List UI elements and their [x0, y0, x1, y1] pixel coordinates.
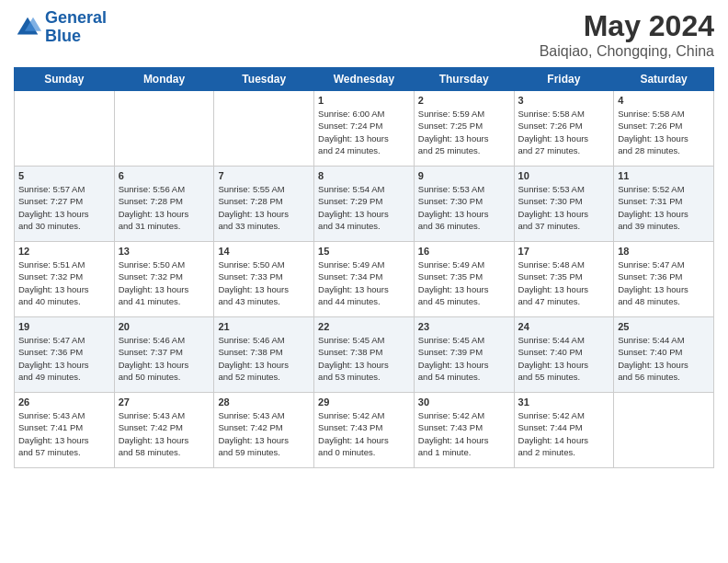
day-number: 23 [418, 321, 510, 332]
day-number: 2 [418, 95, 510, 106]
day-number: 16 [418, 246, 510, 257]
day-info: Sunrise: 5:47 AM Sunset: 7:36 PM Dayligh… [18, 334, 110, 383]
calendar-title: May 2024 [540, 9, 714, 43]
calendar-cell: 11Sunrise: 5:52 AM Sunset: 7:31 PM Dayli… [614, 167, 714, 242]
calendar-cell: 4Sunrise: 5:58 AM Sunset: 7:26 PM Daylig… [614, 91, 714, 167]
calendar-week-5: 26Sunrise: 5:43 AM Sunset: 7:41 PM Dayli… [15, 393, 714, 468]
day-number: 18 [618, 246, 710, 257]
day-info: Sunrise: 5:49 AM Sunset: 7:35 PM Dayligh… [418, 259, 510, 307]
calendar-cell: 15Sunrise: 5:49 AM Sunset: 7:34 PM Dayli… [314, 242, 415, 317]
weekday-header-row: SundayMondayTuesdayWednesdayThursdayFrid… [15, 68, 714, 91]
calendar-cell: 29Sunrise: 5:42 AM Sunset: 7:43 PM Dayli… [314, 393, 415, 468]
logo-text: General Blue [45, 9, 107, 46]
day-number: 10 [518, 170, 610, 181]
day-info: Sunrise: 5:50 AM Sunset: 7:33 PM Dayligh… [218, 259, 310, 307]
day-number: 31 [518, 396, 610, 408]
day-info: Sunrise: 5:51 AM Sunset: 7:32 PM Dayligh… [18, 259, 110, 307]
header: General Blue May 2024 Baiqiao, Chongqing… [14, 9, 714, 60]
day-info: Sunrise: 5:53 AM Sunset: 7:30 PM Dayligh… [518, 183, 610, 232]
calendar-cell: 9Sunrise: 5:53 AM Sunset: 7:30 PM Daylig… [414, 167, 514, 242]
weekday-header-tuesday: Tuesday [214, 68, 314, 91]
logo-blue: Blue [45, 27, 81, 45]
day-info: Sunrise: 5:46 AM Sunset: 7:38 PM Dayligh… [218, 334, 310, 383]
calendar-cell: 13Sunrise: 5:50 AM Sunset: 7:32 PM Dayli… [114, 242, 214, 317]
logo-icon [14, 14, 41, 41]
calendar-cell: 31Sunrise: 5:42 AM Sunset: 7:44 PM Dayli… [514, 393, 614, 468]
calendar-cell: 6Sunrise: 5:56 AM Sunset: 7:28 PM Daylig… [114, 167, 214, 242]
day-info: Sunrise: 5:50 AM Sunset: 7:32 PM Dayligh… [119, 259, 210, 307]
day-info: Sunrise: 5:42 AM Sunset: 7:43 PM Dayligh… [418, 409, 510, 458]
day-number: 8 [318, 170, 410, 181]
day-number: 21 [218, 321, 310, 332]
logo-general: General [45, 8, 107, 27]
calendar-cell: 12Sunrise: 5:51 AM Sunset: 7:32 PM Dayli… [15, 242, 115, 317]
day-info: Sunrise: 5:58 AM Sunset: 7:26 PM Dayligh… [618, 108, 710, 156]
day-number: 19 [18, 321, 110, 332]
day-number: 24 [518, 321, 610, 332]
day-info: Sunrise: 5:43 AM Sunset: 7:42 PM Dayligh… [218, 409, 310, 458]
day-number: 30 [418, 396, 510, 408]
calendar-cell [214, 91, 314, 167]
calendar-cell: 10Sunrise: 5:53 AM Sunset: 7:30 PM Dayli… [514, 167, 614, 242]
calendar-week-4: 19Sunrise: 5:47 AM Sunset: 7:36 PM Dayli… [15, 317, 714, 393]
day-info: Sunrise: 5:43 AM Sunset: 7:42 PM Dayligh… [119, 409, 210, 458]
day-info: Sunrise: 5:58 AM Sunset: 7:26 PM Dayligh… [518, 108, 610, 156]
calendar-cell: 7Sunrise: 5:55 AM Sunset: 7:28 PM Daylig… [214, 167, 314, 242]
calendar-cell: 26Sunrise: 5:43 AM Sunset: 7:41 PM Dayli… [15, 393, 115, 468]
calendar-cell [15, 91, 115, 167]
calendar-cell: 23Sunrise: 5:45 AM Sunset: 7:39 PM Dayli… [414, 317, 514, 393]
day-info: Sunrise: 5:53 AM Sunset: 7:30 PM Dayligh… [418, 183, 510, 232]
calendar-cell: 25Sunrise: 5:44 AM Sunset: 7:40 PM Dayli… [614, 317, 714, 393]
day-info: Sunrise: 5:59 AM Sunset: 7:25 PM Dayligh… [418, 108, 510, 156]
day-number: 27 [119, 396, 210, 408]
day-number: 14 [218, 246, 310, 257]
calendar-cell: 16Sunrise: 5:49 AM Sunset: 7:35 PM Dayli… [414, 242, 514, 317]
calendar-week-3: 12Sunrise: 5:51 AM Sunset: 7:32 PM Dayli… [15, 242, 714, 317]
day-number: 4 [618, 95, 710, 106]
calendar-cell: 21Sunrise: 5:46 AM Sunset: 7:38 PM Dayli… [214, 317, 314, 393]
calendar-cell: 30Sunrise: 5:42 AM Sunset: 7:43 PM Dayli… [414, 393, 514, 468]
day-number: 11 [618, 170, 710, 181]
day-number: 22 [318, 321, 410, 332]
day-info: Sunrise: 5:56 AM Sunset: 7:28 PM Dayligh… [119, 183, 210, 232]
calendar-cell: 18Sunrise: 5:47 AM Sunset: 7:36 PM Dayli… [614, 242, 714, 317]
day-number: 6 [119, 170, 210, 181]
weekday-header-saturday: Saturday [614, 68, 714, 91]
day-info: Sunrise: 5:43 AM Sunset: 7:41 PM Dayligh… [18, 409, 110, 458]
day-number: 3 [518, 95, 610, 106]
calendar-cell: 8Sunrise: 5:54 AM Sunset: 7:29 PM Daylig… [314, 167, 415, 242]
day-number: 25 [618, 321, 710, 332]
calendar-subtitle: Baiqiao, Chongqing, China [540, 43, 714, 60]
day-info: Sunrise: 5:45 AM Sunset: 7:38 PM Dayligh… [318, 334, 410, 383]
calendar-week-2: 5Sunrise: 5:57 AM Sunset: 7:27 PM Daylig… [15, 167, 714, 242]
weekday-header-monday: Monday [114, 68, 214, 91]
day-number: 15 [318, 246, 410, 257]
calendar-cell: 22Sunrise: 5:45 AM Sunset: 7:38 PM Dayli… [314, 317, 415, 393]
weekday-header-thursday: Thursday [414, 68, 514, 91]
calendar-table: SundayMondayTuesdayWednesdayThursdayFrid… [14, 67, 714, 468]
weekday-header-wednesday: Wednesday [314, 68, 415, 91]
day-info: Sunrise: 5:47 AM Sunset: 7:36 PM Dayligh… [618, 259, 710, 307]
day-number: 13 [119, 246, 210, 257]
day-info: Sunrise: 5:54 AM Sunset: 7:29 PM Dayligh… [318, 183, 410, 232]
calendar-cell [114, 91, 214, 167]
day-number: 26 [18, 396, 110, 408]
day-info: Sunrise: 5:46 AM Sunset: 7:37 PM Dayligh… [119, 334, 210, 383]
day-info: Sunrise: 6:00 AM Sunset: 7:24 PM Dayligh… [318, 108, 410, 156]
calendar-cell: 24Sunrise: 5:44 AM Sunset: 7:40 PM Dayli… [514, 317, 614, 393]
calendar-cell: 27Sunrise: 5:43 AM Sunset: 7:42 PM Dayli… [114, 393, 214, 468]
day-number: 7 [218, 170, 310, 181]
page-container: General Blue May 2024 Baiqiao, Chongqing… [0, 0, 728, 477]
logo: General Blue [14, 9, 107, 46]
day-info: Sunrise: 5:44 AM Sunset: 7:40 PM Dayligh… [518, 334, 610, 383]
day-info: Sunrise: 5:48 AM Sunset: 7:35 PM Dayligh… [518, 259, 610, 307]
calendar-cell [614, 393, 714, 468]
day-number: 1 [318, 95, 410, 106]
day-info: Sunrise: 5:45 AM Sunset: 7:39 PM Dayligh… [418, 334, 510, 383]
calendar-cell: 2Sunrise: 5:59 AM Sunset: 7:25 PM Daylig… [414, 91, 514, 167]
calendar-header: SundayMondayTuesdayWednesdayThursdayFrid… [15, 68, 714, 91]
calendar-cell: 14Sunrise: 5:50 AM Sunset: 7:33 PM Dayli… [214, 242, 314, 317]
calendar-cell: 28Sunrise: 5:43 AM Sunset: 7:42 PM Dayli… [214, 393, 314, 468]
day-number: 17 [518, 246, 610, 257]
calendar-cell: 17Sunrise: 5:48 AM Sunset: 7:35 PM Dayli… [514, 242, 614, 317]
